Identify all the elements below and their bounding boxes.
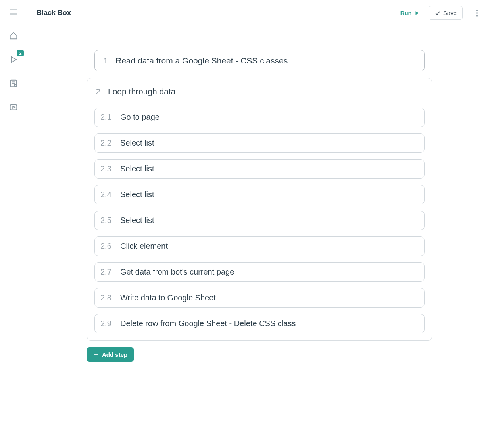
step-number: 1	[103, 56, 108, 65]
substep-number: 2.6	[100, 242, 112, 251]
substep-card[interactable]: 2.4 Select list	[94, 185, 425, 204]
runs-icon[interactable]: 2	[8, 54, 19, 65]
substep-label: Select list	[120, 164, 154, 173]
substep-label: Select list	[120, 190, 154, 199]
loop-card: 2 Loop through data 2.1 Go to page 2.2 S…	[87, 78, 432, 341]
home-icon[interactable]	[8, 30, 19, 41]
substep-number: 2.3	[100, 164, 112, 173]
plus-icon	[93, 352, 99, 358]
substep-card[interactable]: 2.7 Get data from bot's current page	[94, 262, 425, 282]
content: 1 Read data from a Google Sheet - CSS cl…	[27, 26, 492, 448]
substep-card[interactable]: 2.1 Go to page	[94, 108, 425, 127]
substep-number: 2.1	[100, 113, 112, 122]
play-icon	[414, 10, 420, 16]
page-title: Black Box	[37, 9, 71, 17]
logs-icon[interactable]	[8, 78, 19, 89]
substep-card[interactable]: 2.5 Select list	[94, 211, 425, 230]
substep-number: 2.7	[100, 267, 112, 277]
main: Black Box Run Save 1 Read data from a Go…	[27, 0, 492, 448]
step-number: 2	[95, 87, 101, 96]
run-button[interactable]: Run	[396, 6, 424, 19]
substep-label: Select list	[120, 138, 154, 148]
step-label: Read data from a Google Sheet - CSS clas…	[115, 56, 288, 65]
substep-card[interactable]: 2.2 Select list	[94, 133, 425, 153]
substep-label: Go to page	[120, 113, 160, 122]
substep-label: Write data to Google Sheet	[120, 293, 216, 302]
run-label: Run	[400, 10, 412, 16]
runs-badge: 2	[17, 50, 23, 56]
svg-marker-10	[415, 11, 419, 15]
svg-point-7	[14, 84, 16, 87]
substep-number: 2.4	[100, 190, 112, 199]
add-step-label: Add step	[102, 351, 127, 358]
substep-label: Select list	[120, 216, 154, 225]
check-icon	[434, 10, 441, 16]
step-card[interactable]: 2 Loop through data	[94, 86, 425, 101]
svg-marker-3	[11, 57, 16, 63]
step-label: Loop through data	[108, 87, 175, 96]
substep-label: Get data from bot's current page	[120, 267, 234, 277]
step-card[interactable]: 1 Read data from a Google Sheet - CSS cl…	[94, 50, 425, 71]
substep-card[interactable]: 2.8 Write data to Google Sheet	[94, 288, 425, 308]
substep-label: Click element	[120, 242, 168, 251]
save-button[interactable]: Save	[429, 6, 463, 20]
save-label: Save	[443, 10, 457, 16]
substep-number: 2.2	[100, 138, 112, 148]
substep-number: 2.8	[100, 293, 112, 302]
substep-card[interactable]: 2.3 Select list	[94, 159, 425, 179]
add-step-button[interactable]: Add step	[87, 347, 134, 362]
substep-number: 2.9	[100, 319, 112, 328]
substep-card[interactable]: 2.9 Delete row from Google Sheet - Delet…	[94, 314, 425, 333]
substep-label: Delete row from Google Sheet - Delete CS…	[120, 319, 296, 328]
substep-number: 2.5	[100, 216, 112, 225]
menu-icon[interactable]	[8, 6, 19, 17]
sidebar: 2	[0, 0, 27, 448]
substep-card[interactable]: 2.6 Click element	[94, 236, 425, 256]
more-menu-button[interactable]	[471, 8, 482, 19]
video-icon[interactable]	[8, 102, 19, 113]
topbar: Black Box Run Save	[27, 0, 492, 26]
svg-rect-8	[10, 105, 17, 110]
svg-marker-9	[13, 106, 15, 108]
